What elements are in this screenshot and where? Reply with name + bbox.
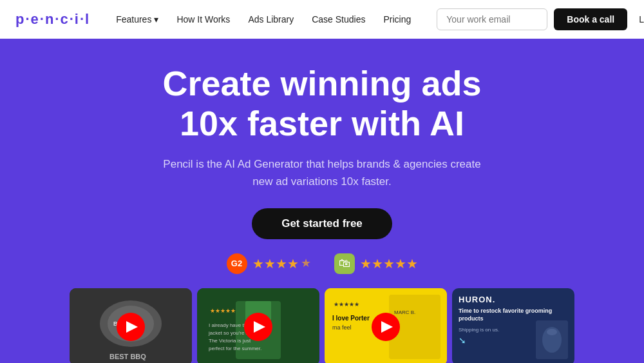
g2-stars: ★★★★★: [252, 256, 311, 271]
logo[interactable]: p·e·n·c·i·l: [15, 11, 90, 28]
get-started-button[interactable]: Get started free: [252, 208, 392, 239]
svg-point-21: [547, 329, 557, 335]
shopify-badge: 🛍: [334, 253, 355, 274]
play-button-2[interactable]: [244, 313, 272, 341]
features-menu[interactable]: Features ▾: [108, 10, 166, 28]
logo-text: p·e·n·c·i·l: [15, 11, 90, 27]
huron-brand: HURON.: [459, 295, 568, 304]
shopify-rating: 🛍 ★★★★★: [334, 253, 418, 274]
hero-section: Create winning ads 10x faster with AI Pe…: [0, 39, 644, 363]
case-studies-link[interactable]: Case Studies: [304, 10, 373, 28]
ad-card-3-overlay[interactable]: [325, 288, 447, 363]
ad-card-2: ★★★★★ I already have this jacket so you'…: [197, 288, 319, 363]
ad-card-3: ★★★★★ I love Porter ma feel MARC B.: [325, 288, 447, 363]
g2-badge: G2: [227, 253, 247, 274]
ad-card-1: BEST BBQ BRISKET: [70, 288, 192, 363]
huron-product-image: [536, 320, 568, 359]
chevron-down-icon: ▾: [154, 14, 158, 25]
ads-library-link[interactable]: Ads Library: [240, 10, 301, 28]
ad-cards-row: BEST BBQ BRISKET ★★★★★ I already have th…: [5, 288, 639, 363]
play-button-1[interactable]: [117, 313, 145, 341]
g2-rating: G2 ★★★★★: [227, 253, 311, 274]
ad-card-2-overlay[interactable]: [197, 288, 319, 363]
ad-card-1-overlay[interactable]: [70, 288, 192, 363]
pricing-link[interactable]: Pricing: [375, 10, 419, 28]
hero-subtitle: Pencil is the AI Ad Generator that helps…: [155, 156, 489, 190]
ad-card-4: HURON. Time to restock favorite grooming…: [452, 288, 574, 363]
navbar: p·e·n·c·i·l Features ▾ How It Works Ads …: [0, 0, 644, 39]
nav-links: Features ▾ How It Works Ads Library Case…: [108, 10, 419, 28]
email-field[interactable]: [437, 8, 547, 30]
nav-right: Book a call Login: [437, 8, 644, 30]
how-it-works-link[interactable]: How It Works: [169, 10, 238, 28]
play-button-3[interactable]: [372, 313, 400, 341]
book-call-button[interactable]: Book a call: [554, 8, 627, 30]
shopify-stars: ★★★★★: [360, 256, 418, 271]
ratings-row: G2 ★★★★★ 🛍 ★★★★★: [227, 253, 418, 274]
login-link[interactable]: Login: [634, 10, 644, 28]
hero-title: Create winning ads 10x faster with AI: [162, 63, 481, 143]
